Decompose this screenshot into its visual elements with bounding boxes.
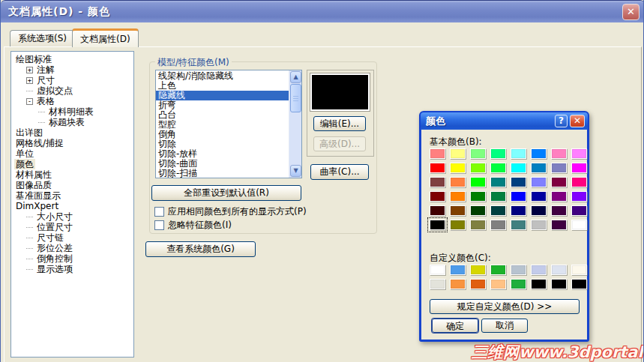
color-dialog-close-button[interactable]: ✕	[570, 115, 585, 127]
color-swatch[interactable]	[511, 279, 526, 289]
color-swatch[interactable]	[571, 205, 587, 216]
tree-item[interactable]: +尺寸	[11, 75, 133, 85]
color-swatch[interactable]	[551, 220, 567, 230]
tree-item[interactable]: 图像品质	[11, 180, 133, 190]
color-swatch[interactable]	[490, 163, 506, 173]
color-swatch[interactable]	[450, 265, 466, 275]
expand-icon[interactable]: +	[26, 77, 33, 84]
color-swatch[interactable]	[511, 191, 526, 202]
tree-item[interactable]: 基准面显示	[11, 190, 133, 201]
color-swatch[interactable]	[450, 191, 466, 202]
color-swatch[interactable]	[490, 279, 506, 289]
color-swatch[interactable]	[430, 191, 445, 202]
color-swatch[interactable]	[531, 279, 547, 289]
color-swatch[interactable]	[531, 205, 547, 216]
color-swatch[interactable]	[450, 279, 466, 289]
color-swatch[interactable]	[531, 265, 547, 275]
color-swatch[interactable]	[571, 163, 587, 173]
color-swatch[interactable]	[470, 163, 486, 173]
reset-all-button[interactable]: 全部重设到默认值(R)	[151, 185, 301, 201]
color-swatch[interactable]	[490, 148, 506, 159]
list-item[interactable]: 型腔	[157, 120, 289, 130]
list-item[interactable]: 切除-扫描	[157, 169, 289, 178]
curvature-button[interactable]: 曲率(C)...	[310, 164, 369, 180]
tree-item[interactable]: DimXpert	[11, 201, 133, 211]
color-swatch[interactable]	[571, 148, 587, 159]
tree-item[interactable]: 网格线/捕捉	[11, 138, 133, 148]
tree-item[interactable]: 绘图标准	[11, 54, 133, 64]
color-swatch[interactable]	[450, 220, 466, 230]
define-custom-colors-button[interactable]: 规定自定义颜色(D) >>	[430, 299, 580, 314]
color-swatch[interactable]	[450, 177, 466, 187]
color-swatch[interactable]	[450, 148, 466, 159]
tree-item[interactable]: 材料属性	[11, 169, 133, 180]
tree-item[interactable]: 位置尺寸	[11, 222, 133, 232]
color-swatch[interactable]	[430, 220, 445, 230]
color-swatch[interactable]	[430, 163, 445, 173]
color-swatch[interactable]	[551, 163, 567, 173]
color-swatch[interactable]	[511, 163, 526, 173]
close-button[interactable]: ✕	[622, 4, 640, 20]
color-swatch[interactable]	[531, 148, 547, 159]
tab-system-options[interactable]: 系统选项(S)	[10, 30, 75, 46]
color-swatch[interactable]	[470, 148, 486, 159]
tree-item[interactable]: 显示选项	[11, 264, 133, 274]
color-swatch[interactable]	[450, 205, 466, 216]
edit-button[interactable]: 编辑(E)...	[313, 116, 366, 131]
color-swatch[interactable]	[470, 220, 486, 230]
tree-item[interactable]: 标题块表	[11, 117, 133, 127]
scroll-down-button[interactable]: ▼	[290, 165, 301, 177]
color-swatch[interactable]	[551, 265, 567, 275]
color-swatch[interactable]	[571, 177, 587, 187]
tree-item[interactable]: 颜色	[11, 159, 133, 169]
color-swatch[interactable]	[551, 205, 567, 216]
color-swatch[interactable]	[571, 220, 587, 230]
scroll-up-button[interactable]: ▲	[290, 71, 301, 83]
expand-icon[interactable]: +	[26, 67, 33, 73]
help-button[interactable]: ?	[555, 115, 568, 127]
color-swatch[interactable]	[490, 205, 506, 216]
color-swatch[interactable]	[450, 163, 466, 173]
color-swatch[interactable]	[531, 220, 547, 230]
color-swatch[interactable]	[531, 163, 547, 173]
color-swatch[interactable]	[571, 279, 587, 289]
tree-item[interactable]: 出详图	[11, 127, 133, 138]
view-system-colors-button[interactable]: 查看系统颜色(G)	[145, 241, 256, 257]
ok-button[interactable]: 确定	[432, 319, 478, 333]
color-swatch[interactable]	[430, 279, 445, 289]
tree-item[interactable]: 大小尺寸	[11, 211, 133, 222]
color-swatch[interactable]	[470, 279, 486, 289]
color-swatch[interactable]	[490, 265, 506, 275]
color-swatch[interactable]	[511, 177, 526, 187]
tree-item[interactable]: 虚拟交点	[11, 85, 133, 96]
color-swatch[interactable]	[511, 265, 526, 275]
color-swatch[interactable]	[531, 177, 547, 187]
list-item[interactable]: 线架构/消除隐藏线	[157, 71, 289, 81]
tab-document-properties[interactable]: 文档属性(D)	[72, 28, 139, 47]
color-swatch[interactable]	[490, 191, 506, 202]
tree-item[interactable]: 材料明细表	[11, 106, 133, 117]
scroll-thumb[interactable]	[290, 84, 301, 112]
color-swatch[interactable]	[470, 205, 486, 216]
color-swatch[interactable]	[531, 191, 547, 202]
tree-item[interactable]: 形位公差	[11, 243, 133, 253]
color-swatch[interactable]	[430, 148, 445, 159]
color-swatch[interactable]	[430, 265, 445, 275]
color-swatch[interactable]	[511, 220, 526, 230]
color-swatch[interactable]	[551, 177, 567, 187]
color-swatch[interactable]	[551, 191, 567, 202]
list-scrollbar[interactable]: ▲ ▼	[289, 70, 301, 178]
color-swatch[interactable]	[571, 191, 587, 202]
color-swatch[interactable]	[430, 205, 445, 216]
color-swatch[interactable]	[430, 177, 445, 187]
cancel-button[interactable]: 取消	[481, 319, 528, 333]
color-swatch[interactable]	[490, 220, 506, 230]
color-swatch[interactable]	[470, 265, 486, 275]
list-item[interactable]: 凸台	[157, 110, 289, 120]
tree-item[interactable]: -表格	[11, 96, 133, 106]
collapse-icon[interactable]: -	[26, 98, 33, 105]
color-swatch[interactable]	[551, 148, 567, 159]
color-swatch[interactable]	[470, 177, 486, 187]
color-swatch[interactable]	[551, 279, 567, 289]
color-swatch[interactable]	[470, 191, 486, 202]
